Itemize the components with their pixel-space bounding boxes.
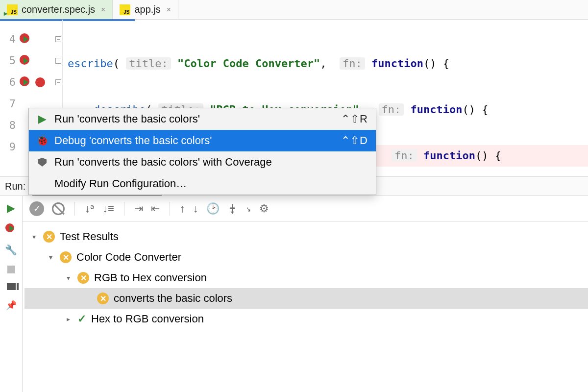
results-pane: ✓ ↓ᵃ ↓≡ ⇥ ⇤ ↑ ↓ 🕑 ⭽ ⭏ ⚙ ▾ ✕ Test Results… (23, 196, 588, 392)
tree-label: Color Code Converter (76, 251, 181, 264)
sort-duration-icon[interactable]: ↓≡ (102, 202, 114, 215)
test-tree[interactable]: ▾ ✕ Test Results ▾ ✕ Color Code Converte… (23, 221, 588, 329)
tab-app[interactable]: JS app.js × (113, 0, 178, 19)
line-number: 4 (0, 28, 20, 50)
chevron-right-icon[interactable]: ▸ (64, 315, 73, 323)
tab-label: app.js (134, 4, 160, 15)
tab-converter-spec[interactable]: JS converter.spec.js × (0, 0, 113, 19)
fail-status-icon: ✕ (60, 251, 72, 263)
tab-label: converter.spec.js (22, 4, 95, 15)
menu-run-coverage[interactable]: Run 'converts the basic colors' with Cov… (29, 151, 376, 173)
breakpoint-icon[interactable] (35, 77, 45, 87)
run-test-gutter-icon[interactable] (22, 76, 33, 88)
run-panel-body: ▶ 🔧 📌 ✓ ↓ᵃ ↓≡ ⇥ ⇤ ↑ ↓ 🕑 ⭽ ⭏ ⚙ ▾ ✕ (0, 196, 588, 392)
debug-icon: 🐞 (37, 134, 48, 147)
prev-failed-icon[interactable]: ↑ (180, 202, 185, 215)
separator (74, 202, 75, 216)
show-ignored-icon[interactable] (52, 202, 65, 215)
js-test-file-icon: JS (7, 4, 18, 15)
menu-label: Run 'converts the basic colors' with Cov… (54, 156, 272, 169)
tree-test[interactable]: ✕ converts the basic colors (24, 288, 588, 309)
show-passed-icon[interactable]: ✓ (29, 201, 44, 216)
line-number: 5 (0, 50, 20, 72)
gutter-context-menu: ▶ Run 'converts the basic colors' ⌃⇧R 🐞 … (28, 108, 376, 195)
tree-root[interactable]: ▾ ✕ Test Results (24, 226, 588, 247)
separator (170, 202, 170, 216)
chevron-down-icon[interactable]: ▾ (64, 274, 73, 282)
menu-shortcut: ⌃⇧D (341, 134, 368, 147)
run-test-gutter-icon[interactable] (22, 33, 33, 45)
menu-label: Debug 'converts the basic colors' (54, 134, 212, 147)
line-number-gutter: 4 5 6 7 8 9 (0, 20, 20, 176)
next-failed-icon[interactable]: ↓ (193, 202, 198, 215)
line-number: 7 (0, 93, 20, 115)
rerun-failed-icon[interactable] (6, 224, 16, 234)
history-icon[interactable]: 🕑 (206, 202, 220, 215)
coverage-icon (37, 158, 48, 167)
export-icon[interactable]: ⭏ (246, 202, 251, 215)
close-icon[interactable]: × (167, 5, 171, 14)
pin-icon[interactable]: 📌 (6, 300, 17, 311)
tree-suite[interactable]: ▾ ✕ RGB to Hex conversion (24, 268, 588, 288)
line-number: 9 (0, 136, 20, 158)
tree-label: Test Results (60, 230, 119, 243)
tree-label: converts the basic colors (114, 292, 232, 305)
run-test-gutter-icon[interactable] (22, 55, 33, 67)
run-panel-label: Run: (5, 181, 25, 192)
wrench-icon[interactable]: 🔧 (5, 244, 17, 256)
pass-status-icon: ✓ (77, 313, 86, 325)
menu-label: Modify Run Configuration… (54, 177, 187, 190)
fail-status-icon: ✕ (43, 231, 55, 243)
layout-icon[interactable] (7, 283, 16, 290)
run-icon: ▶ (37, 113, 48, 125)
editor-tabs: JS converter.spec.js × JS app.js × (0, 0, 588, 20)
rerun-icon[interactable]: ▶ (7, 202, 15, 215)
fail-status-icon: ✕ (77, 272, 89, 284)
separator (124, 202, 124, 216)
import-icon[interactable]: ⭽ (227, 202, 238, 215)
test-toolbar: ✓ ↓ᵃ ↓≡ ⇥ ⇤ ↑ ↓ 🕑 ⭽ ⭏ ⚙ (23, 196, 588, 221)
menu-debug-test[interactable]: 🐞 Debug 'converts the basic colors' ⌃⇧D (29, 130, 376, 151)
chevron-down-icon[interactable]: ▾ (46, 253, 55, 261)
run-tool-sidebar: ▶ 🔧 📌 (0, 196, 23, 392)
menu-shortcut: ⌃⇧R (341, 113, 368, 125)
js-file-icon: JS (120, 4, 130, 15)
menu-modify-config[interactable]: Modify Run Configuration… (29, 173, 376, 195)
sort-alpha-icon[interactable]: ↓ᵃ (85, 202, 95, 215)
fold-icon[interactable] (55, 79, 61, 85)
menu-run-test[interactable]: ▶ Run 'converts the basic colors' ⌃⇧R (29, 108, 376, 130)
tree-label: Hex to RGB conversion (91, 313, 204, 325)
fail-status-icon: ✕ (97, 293, 109, 304)
stop-icon[interactable] (7, 266, 15, 273)
fold-icon[interactable] (55, 36, 61, 42)
line-number: 6 (0, 72, 20, 93)
gear-icon[interactable]: ⚙ (259, 202, 269, 215)
close-icon[interactable]: × (101, 5, 105, 14)
fold-icon[interactable] (55, 58, 61, 64)
tree-label: RGB to Hex conversion (94, 271, 207, 284)
line-number: 8 (0, 115, 20, 136)
menu-label: Run 'converts the basic colors' (54, 113, 200, 125)
code-editor[interactable]: 4 5 6 7 8 9 escribe( title: "Color Code … (0, 20, 588, 176)
chevron-down-icon[interactable]: ▾ (29, 233, 38, 241)
tree-suite[interactable]: ▾ ✕ Color Code Converter (24, 247, 588, 268)
tree-suite[interactable]: ▸ ✓ Hex to RGB conversion (24, 309, 588, 329)
expand-all-icon[interactable]: ⇥ (134, 202, 143, 215)
collapse-all-icon[interactable]: ⇤ (151, 202, 160, 215)
